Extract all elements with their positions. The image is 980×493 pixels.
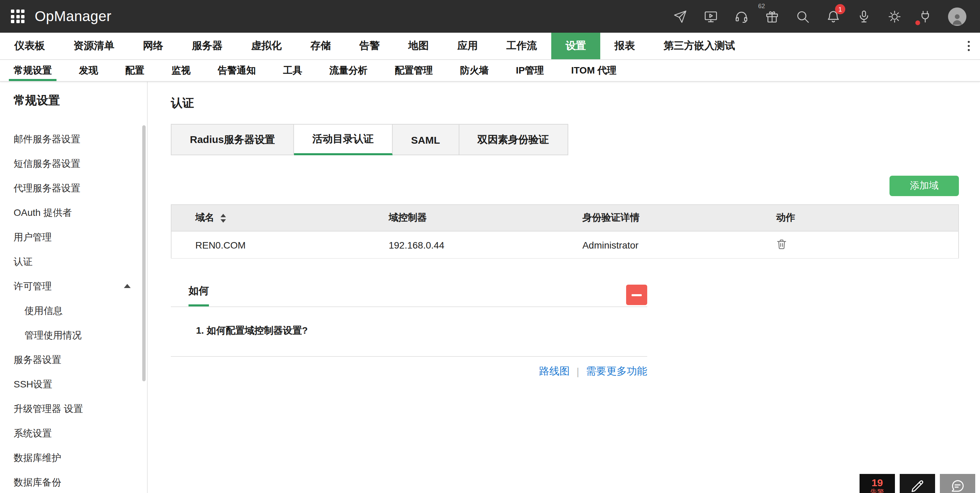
plugin-alert-icon[interactable] [917,9,932,24]
sidebar-item-upgrade-manager-settings[interactable]: 升级管理器 设置 [0,396,147,421]
nav-overflow-kebab-icon[interactable] [957,33,980,59]
voice-feedback-icon[interactable] [856,9,871,24]
settings-gear-icon[interactable] [887,9,902,24]
sidebar-item-database-backup[interactable]: 数据库备份 [0,470,147,493]
subnav-item-general-settings[interactable]: 常规设置 [0,60,65,81]
notification-count-badge: 1 [835,4,845,14]
subnav-item-netflow[interactable]: 流量分析 [316,60,381,81]
nav-item-inventory[interactable]: 资源清单 [59,33,129,59]
tab-saml[interactable]: SAML [393,124,459,155]
main-nav: 仪表板 资源清单 网络 服务器 虚拟化 存储 告警 地图 应用 工作流 设置 报… [0,33,980,60]
nav-item-network[interactable]: 网络 [129,33,178,59]
subnav-item-ipam[interactable]: IP管理 [502,60,557,81]
sort-arrows-icon[interactable] [221,214,226,222]
sidebar-item-label: 使用信息 [24,298,63,323]
nav-item-virtualization[interactable]: 虚拟化 [237,33,296,59]
sidebar-scrollbar[interactable] [142,125,146,381]
alarm-summary-widget[interactable]: 19 告警 [859,474,895,493]
sidebar-item-mail-server-settings[interactable]: 邮件服务器设置 [0,127,147,151]
table-row: REN0.COM 192.168.0.44 Administrator [171,231,959,258]
page-title: 认证 [171,95,959,112]
footer-links: 路线图 | 需要更多功能 [171,365,647,378]
demo-video-icon[interactable] [703,9,718,24]
subnav-item-notifications[interactable]: 告警通知 [204,60,269,81]
sidebar-item-label: OAuth 提供者 [14,200,72,225]
notifications-bell-icon[interactable]: 1 [826,9,840,24]
sidebar-title: 常规设置 [14,93,147,109]
nav-item-workflow[interactable]: 工作流 [492,33,551,59]
whats-new-gift-icon[interactable]: 62 [764,9,779,24]
alert-dot-badge [915,20,921,26]
collapse-caret-icon[interactable] [124,284,130,288]
nav-item-server[interactable]: 服务器 [178,33,237,59]
sidebar-item-authentication[interactable]: 认证 [0,249,147,274]
subnav-item-tools[interactable]: 工具 [269,60,316,81]
tab-label: Radius服务器设置 [190,133,275,146]
topbar-icons: 62 1 [672,7,969,26]
subnav-item-firewall[interactable]: 防火墙 [447,60,502,81]
sidebar-item-manage-usage[interactable]: 管理使用情况 [0,323,147,347]
tab-two-factor-auth[interactable]: 双因素身份验证 [459,124,568,155]
sub-nav: 常规设置 发现 配置 监视 告警通知 工具 流量分析 配置管理 防火墙 IP管理… [0,60,980,82]
domain-table: 域名 域控制器 身份验证详情 动作 REN0.COM 192.168.0.44 … [171,204,959,259]
nav-item-settings[interactable]: 设置 [551,33,600,59]
search-icon[interactable] [795,9,810,24]
add-domain-button[interactable]: 添加域 [889,176,959,196]
nav-item-dashboard[interactable]: 仪表板 [0,33,59,59]
sidebar-item-license-management[interactable]: 许可管理 [0,274,147,298]
col-header-label: 域控制器 [388,212,427,223]
toolbar: 添加域 [171,176,959,196]
sidebar-item-sms-server-settings[interactable]: 短信服务器设置 [0,151,147,176]
sidebar-item-label: 升级管理器 设置 [14,396,83,421]
sidebar-item-label: 服务器设置 [14,347,61,372]
subnav-item-discovery[interactable]: 发现 [65,60,111,81]
howto-title[interactable]: 如何 [189,285,209,306]
subnav-item-config-management[interactable]: 配置管理 [381,60,447,81]
tab-radius-server-settings[interactable]: Radius服务器设置 [171,124,294,155]
howto-body: 1. 如何配置域控制器设置? [171,307,647,357]
cell-domain-controller: 192.168.0.44 [365,231,558,258]
launch-icon[interactable] [672,9,687,24]
sidebar-item-usage-info[interactable]: 使用信息 [0,298,147,323]
nav-item-storage[interactable]: 存储 [296,33,345,59]
chat-widget[interactable] [940,474,975,493]
apps-grid-icon[interactable] [11,10,24,23]
sidebar-item-proxy-server-settings[interactable]: 代理服务器设置 [0,176,147,200]
alarm-count: 19 [859,477,895,488]
collapse-minus-button[interactable] [626,285,647,305]
col-header-domain-name[interactable]: 域名 [171,204,365,231]
sidebar-item-ssh-settings[interactable]: SSH设置 [0,372,147,396]
tab-active-directory-auth[interactable]: 活动目录认证 [294,124,393,155]
opmanager-app: OpManager 62 1 [0,0,980,493]
subnav-item-monitoring[interactable]: 监视 [158,60,204,81]
user-avatar[interactable] [948,7,966,26]
subnav-item-configuration[interactable]: 配置 [111,60,158,81]
nav-item-apps[interactable]: 应用 [443,33,492,59]
product-logo: OpManager [35,8,111,24]
roadmap-link[interactable]: 路线图 [539,365,570,378]
tab-label: 双因素身份验证 [477,133,549,146]
floating-widgets: 19 告警 [859,474,975,493]
sidebar-item-label: 管理使用情况 [24,323,82,347]
sidebar-item-oauth-providers[interactable]: OAuth 提供者 [0,200,147,225]
sidebar-item-system-settings[interactable]: 系统设置 [0,421,147,445]
howto-question-link[interactable]: 1. 如何配置域控制器设置? [196,325,647,337]
delete-domain-icon[interactable] [776,238,788,250]
notes-widget[interactable] [900,474,935,493]
need-features-link[interactable]: 需要更多功能 [586,365,647,378]
sidebar-item-label: 数据库维护 [14,445,61,470]
sidebar-item-user-management[interactable]: 用户管理 [0,225,147,249]
gift-badge: 62 [758,3,765,10]
cell-domain-name: REN0.COM [171,231,365,258]
support-headset-icon[interactable] [733,9,749,24]
sidebar-item-label: 代理服务器设置 [14,176,80,200]
nav-item-third-party-embed[interactable]: 第三方嵌入测试 [649,33,749,59]
sidebar-item-label: 数据库备份 [14,470,61,493]
nav-item-alarms[interactable]: 告警 [345,33,394,59]
link-separator: | [576,366,579,377]
nav-item-maps[interactable]: 地图 [394,33,443,59]
sidebar-item-database-maintenance[interactable]: 数据库维护 [0,445,147,470]
nav-item-reports[interactable]: 报表 [600,33,649,59]
sidebar-item-server-settings[interactable]: 服务器设置 [0,347,147,372]
subnav-item-itom-agent[interactable]: ITOM 代理 [557,60,630,81]
